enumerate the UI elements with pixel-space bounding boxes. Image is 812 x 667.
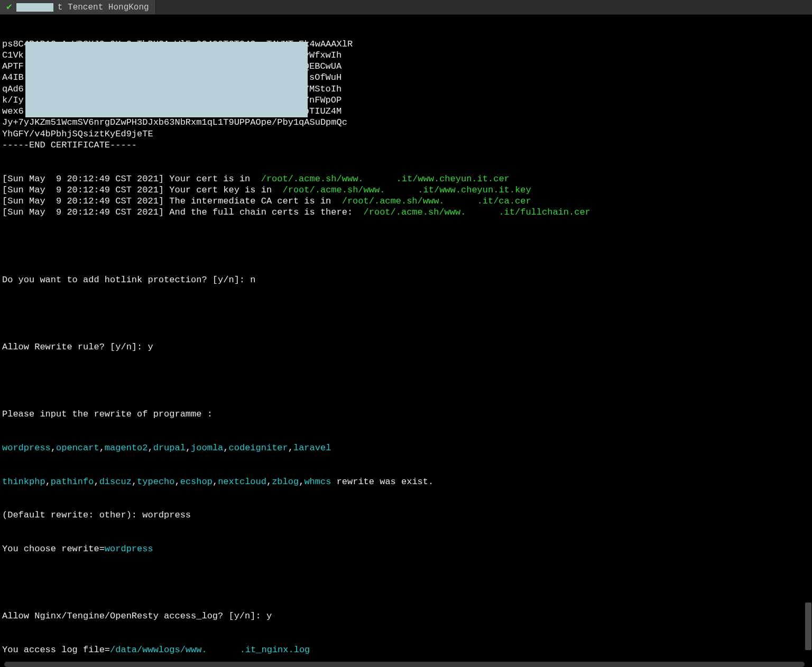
access-log-prompt: Allow Nginx/Tengine/OpenResty access_log…: [2, 610, 810, 622]
acme-line: [Sun May 9 20:12:49 CST 2021] The interm…: [2, 196, 810, 207]
access-log-file: You access log file=/data/wwwlogs/www..i…: [2, 644, 810, 655]
cert-line: -----END CERTIFICATE-----: [2, 140, 810, 151]
redacted-block: [207, 644, 240, 653]
redacted-block: [16, 3, 53, 12]
cert-line: Jy+7yJKZm51WcmSV6nrgDZwPH3DJxb63NbRxm1qL…: [2, 117, 810, 128]
rewrite-allow-prompt: Allow Rewrite rule? [y/n]: y: [2, 341, 810, 353]
rewrite-chosen: You choose rewrite=wordpress: [2, 543, 810, 554]
tab-title: t Tencent HongKong: [58, 2, 149, 13]
terminal-output[interactable]: ps8C4P1B1GoAgWD2XJ9v0XgCwThPUCAgWlFaOO40…: [0, 15, 812, 661]
redacted-block: [364, 173, 396, 182]
horizontal-scrollbar[interactable]: [4, 662, 805, 667]
tab-bar: ✔ t Tencent HongKong: [0, 0, 812, 15]
rewrite-default: (Default rewrite: other): wordpress: [2, 509, 810, 521]
terminal-tab[interactable]: ✔ t Tencent HongKong: [0, 0, 156, 14]
redacted-block: [445, 196, 477, 205]
cert-line: YhGFY/v4bPbhjSQsiztKyEd9jeTE: [2, 128, 810, 140]
hotlink-prompt: Do you want to add hotlink protection? […: [2, 274, 810, 285]
redacted-block: [25, 42, 308, 117]
acme-line: [Sun May 9 20:12:49 CST 2021] Your cert …: [2, 184, 810, 196]
rewrite-header: Please input the rewrite of programme :: [2, 409, 810, 420]
acme-line: [Sun May 9 20:12:49 CST 2021] Your cert …: [2, 173, 810, 184]
check-icon: ✔: [6, 1, 12, 13]
vertical-scrollbar[interactable]: [805, 15, 812, 661]
redacted-block: [466, 207, 499, 216]
redacted-block: [385, 184, 418, 193]
scroll-thumb[interactable]: [805, 603, 811, 650]
rewrite-list-1: wordpress,opencart,magento2,drupal,jooml…: [2, 442, 810, 453]
acme-line: [Sun May 9 20:12:49 CST 2021] And the fu…: [2, 207, 810, 218]
rewrite-list-2: thinkphp,pathinfo,discuz,typecho,ecshop,…: [2, 476, 810, 487]
